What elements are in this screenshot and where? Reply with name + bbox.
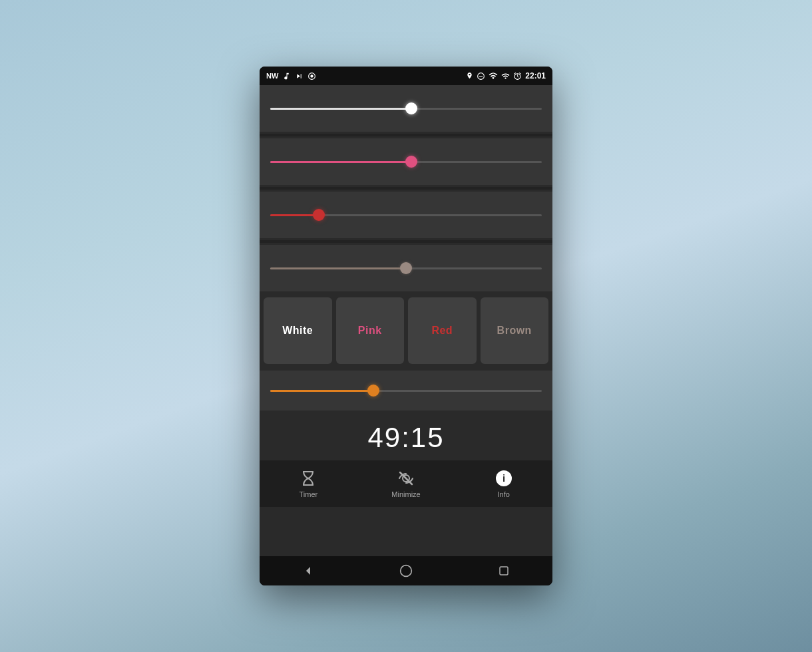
brown-slider-track (270, 267, 542, 269)
android-nav (260, 556, 552, 585)
brown-button[interactable]: Brown (481, 297, 549, 364)
color-buttons-section: White Pink Red Brown (260, 293, 552, 368)
red-slider-thumb[interactable] (313, 209, 325, 221)
orange-slider-section (260, 371, 552, 410)
svg-rect-10 (500, 567, 508, 575)
svg-point-9 (401, 566, 412, 577)
info-icon: i (495, 469, 513, 488)
nav-item-timer[interactable]: Timer (260, 469, 357, 498)
red-slider-track (270, 214, 542, 216)
red-slider-wrapper[interactable] (270, 208, 542, 222)
main-content: White Pink Red Brown 49:15 (260, 85, 552, 556)
alarm-icon (513, 72, 522, 81)
svg-point-1 (311, 75, 313, 77)
back-button[interactable] (298, 561, 318, 581)
white-slider-track (270, 108, 542, 110)
status-left: NW (266, 72, 316, 81)
pink-slider-section (260, 138, 552, 185)
gap-1 (260, 134, 552, 136)
pink-slider-fill (270, 161, 411, 163)
gap-2 (260, 187, 552, 190)
orange-slider-thumb[interactable] (367, 385, 379, 397)
white-slider-section (260, 85, 552, 132)
timer-text: 49:15 (367, 422, 444, 454)
red-slider-fill (270, 214, 319, 216)
orange-slider-wrapper[interactable] (270, 384, 542, 397)
red-slider-section (260, 192, 552, 238)
time-display: 22:01 (525, 71, 546, 81)
status-bar: NW (260, 67, 552, 85)
network-label: NW (266, 72, 278, 80)
status-right: 22:01 (466, 71, 546, 81)
orange-slider-track (270, 390, 542, 392)
pink-slider-wrapper[interactable] (270, 155, 542, 168)
brown-slider-section (260, 245, 552, 291)
minus-circle-icon (477, 72, 485, 81)
minimize-nav-label: Minimize (391, 490, 420, 498)
nav-item-minimize[interactable]: Minimize (357, 469, 455, 498)
white-button[interactable]: White (264, 297, 332, 364)
white-slider-fill (270, 108, 411, 110)
play-forward-icon (295, 72, 304, 81)
home-button[interactable] (396, 561, 416, 581)
gap-3 (260, 240, 552, 243)
red-button[interactable]: Red (408, 297, 477, 364)
brown-slider-fill (270, 267, 406, 269)
target-icon (307, 72, 316, 81)
svg-marker-8 (306, 567, 310, 575)
info-nav-label: Info (498, 490, 510, 498)
svg-text:i: i (503, 472, 505, 484)
timer-icon (299, 469, 317, 488)
bottom-nav: Timer Minimize i (260, 460, 552, 507)
signal-icon (501, 72, 510, 81)
location-icon (466, 72, 473, 81)
wifi-icon (489, 73, 498, 80)
minimize-icon (397, 469, 415, 488)
music-icon (282, 72, 291, 81)
brown-slider-wrapper[interactable] (270, 261, 542, 275)
orange-slider-fill (270, 390, 373, 392)
pink-button[interactable]: Pink (336, 297, 405, 364)
brown-slider-thumb[interactable] (400, 262, 412, 274)
phone-frame: NW (260, 67, 552, 585)
pink-slider-track (270, 161, 542, 163)
timer-display: 49:15 (260, 412, 552, 460)
pink-slider-thumb[interactable] (405, 156, 417, 168)
white-slider-thumb[interactable] (405, 102, 417, 114)
nav-item-info[interactable]: i Info (455, 469, 552, 498)
timer-nav-label: Timer (299, 490, 317, 498)
recents-button[interactable] (494, 561, 514, 581)
white-slider-wrapper[interactable] (270, 102, 542, 115)
